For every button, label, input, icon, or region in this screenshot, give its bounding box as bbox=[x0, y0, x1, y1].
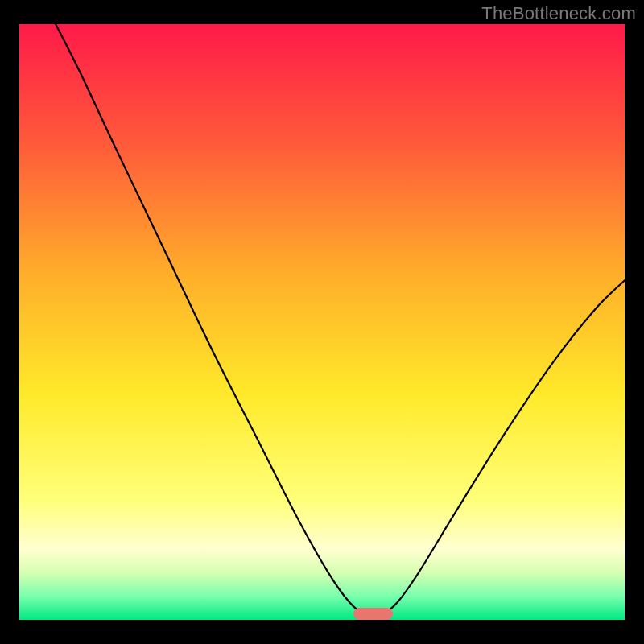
chart-frame: TheBottleneck.com bbox=[0, 0, 644, 644]
optimal-marker bbox=[353, 608, 393, 620]
bottleneck-curve bbox=[19, 24, 625, 620]
plot-area bbox=[19, 24, 625, 620]
watermark-text: TheBottleneck.com bbox=[481, 3, 636, 24]
